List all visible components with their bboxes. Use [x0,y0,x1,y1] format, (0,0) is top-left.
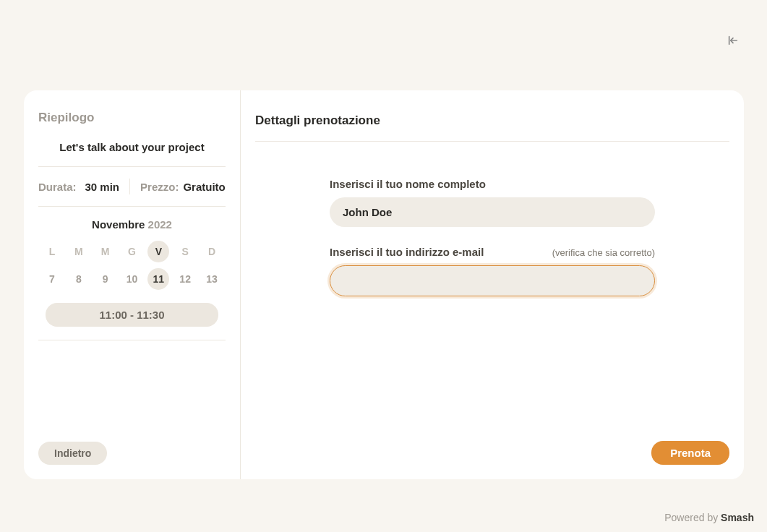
weekday-header: M [68,241,90,262]
meta-row: Durata: 30 min Prezzo: Gratuito [38,179,226,207]
date-cell[interactable]: 13 [201,268,223,290]
month-display: Novembre 2022 [38,218,226,231]
meta-divider [129,179,130,194]
details-title: Dettagli prenotazione [255,113,729,142]
date-cell[interactable]: 12 [174,268,196,290]
weekday-header: L [41,241,63,262]
details-panel: Dettagli prenotazione Inserisci il tuo n… [241,90,744,479]
date-cell[interactable]: 8 [68,268,90,290]
book-button[interactable]: Prenota [651,441,729,465]
footer-prefix: Powered by [664,512,721,523]
email-input[interactable] [330,265,655,296]
weekday-header: S [174,241,196,262]
duration-value: 30 min [85,181,120,193]
weekday-header: V [147,241,169,262]
booking-card: Riepilogo Let's talk about your project … [24,90,744,479]
email-hint: (verifica che sia corretto) [552,247,655,258]
email-label-row: Inserisci il tuo indirizzo e-mail (verif… [330,246,655,258]
date-cell[interactable]: 10 [121,268,142,290]
collapse-icon [727,35,740,46]
duration-label: Durata: [38,181,77,193]
footer-brand: Smash [721,512,754,523]
summary-sidebar: Riepilogo Let's talk about your project … [24,90,241,479]
weekday-header: M [95,241,116,262]
project-title: Let's talk about your project [38,141,226,167]
name-input[interactable] [330,197,655,227]
price-value: Gratuito [183,181,225,193]
name-label: Inserisci il tuo nome completo [330,178,655,190]
week-dates: 7 8 9 10 11 12 13 [38,268,226,290]
date-cell-selected[interactable]: 11 [147,268,169,290]
back-button[interactable]: Indietro [38,442,107,465]
form-area: Inserisci il tuo nome completo Inserisci… [330,178,655,296]
email-label: Inserisci il tuo indirizzo e-mail [330,246,484,258]
month-name: Novembre [92,218,145,231]
weekday-header: D [201,241,223,262]
time-slot-chip[interactable]: 11:00 - 11:30 [46,303,218,327]
date-cell[interactable]: 7 [41,268,63,290]
footer-credit: Powered by Smash [664,512,754,523]
price-label: Prezzo: [140,181,179,193]
date-cell[interactable]: 9 [95,268,116,290]
weekday-headers: L M M G V S D [38,241,226,262]
weekday-header: G [121,241,142,262]
month-year: 2022 [148,218,172,231]
sidebar-divider [38,340,226,340]
summary-title: Riepilogo [38,111,226,125]
collapse-button[interactable] [727,35,740,49]
